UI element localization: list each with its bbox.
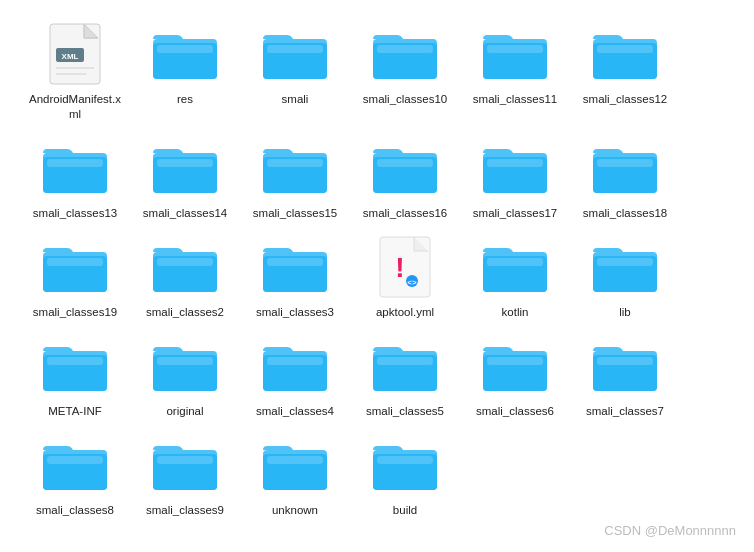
file-label: smali_classes16 [363, 206, 447, 221]
file-label: smali_classes10 [363, 92, 447, 107]
svg-rect-41 [597, 159, 653, 167]
file-item-lib[interactable]: lib [570, 231, 680, 320]
file-item-smali_classes7[interactable]: smali_classes7 [570, 330, 680, 419]
file-item-apktool.yml[interactable]: ! <> apktool.yml [350, 231, 460, 320]
file-item-smali_classes10[interactable]: smali_classes10 [350, 18, 460, 122]
file-label: AndroidManifest.x ml [23, 92, 128, 122]
file-label: lib [619, 305, 631, 320]
file-label: unknown [272, 503, 318, 518]
file-item-smali_classes5[interactable]: smali_classes5 [350, 330, 460, 419]
file-item-smali_classes11[interactable]: smali_classes11 [460, 18, 570, 122]
icon-area [145, 231, 225, 303]
file-item-smali[interactable]: smali [240, 18, 350, 122]
svg-rect-50 [267, 258, 323, 266]
file-item-smali_classes14[interactable]: smali_classes14 [130, 132, 240, 221]
svg-rect-47 [157, 258, 213, 266]
svg-rect-11 [157, 45, 213, 53]
svg-rect-29 [157, 159, 213, 167]
file-item-smali_classes8[interactable]: smali_classes8 [20, 429, 130, 518]
file-item-original[interactable]: original [130, 330, 240, 419]
file-item-smali_classes19[interactable]: smali_classes19 [20, 231, 130, 320]
svg-rect-66 [47, 357, 103, 365]
icon-area [365, 18, 445, 90]
file-label: res [177, 92, 193, 107]
icon-area [255, 18, 335, 90]
file-grid: XML AndroidManifest.x ml res smali [0, 0, 754, 538]
svg-rect-23 [597, 45, 653, 53]
svg-rect-75 [377, 357, 433, 365]
file-item-smali_classes6[interactable]: smali_classes6 [460, 330, 570, 419]
svg-rect-35 [377, 159, 433, 167]
icon-area [145, 18, 225, 90]
file-item-AndroidManifest.xml[interactable]: XML AndroidManifest.x ml [20, 18, 130, 122]
icon-area [585, 231, 665, 303]
file-label: smali_classes3 [256, 305, 334, 320]
svg-text:!: ! [395, 252, 404, 283]
icon-area [35, 132, 115, 204]
svg-rect-90 [267, 456, 323, 464]
icon-area [255, 132, 335, 204]
icon-area: ! <> [365, 231, 445, 303]
icon-area [365, 330, 445, 402]
icon-area [255, 231, 335, 303]
file-label: smali_classes13 [33, 206, 117, 221]
file-label: smali_classes12 [583, 92, 667, 107]
file-item-build[interactable]: build [350, 429, 460, 518]
svg-text:<>: <> [407, 277, 417, 286]
file-label: kotlin [502, 305, 529, 320]
icon-area [585, 18, 665, 90]
file-label: smali [282, 92, 309, 107]
file-label: smali_classes8 [36, 503, 114, 518]
svg-rect-81 [597, 357, 653, 365]
file-item-smali_classes9[interactable]: smali_classes9 [130, 429, 240, 518]
icon-area [145, 132, 225, 204]
svg-rect-63 [597, 258, 653, 266]
icon-area [585, 132, 665, 204]
file-item-smali_classes4[interactable]: smali_classes4 [240, 330, 350, 419]
svg-text:XML: XML [62, 52, 79, 61]
icon-area [145, 429, 225, 501]
file-label: smali_classes18 [583, 206, 667, 221]
file-label: smali_classes14 [143, 206, 227, 221]
file-label: META-INF [48, 404, 101, 419]
icon-area [475, 18, 555, 90]
file-item-smali_classes17[interactable]: smali_classes17 [460, 132, 570, 221]
icon-area [365, 132, 445, 204]
file-item-smali_classes12[interactable]: smali_classes12 [570, 18, 680, 122]
file-item-smali_classes2[interactable]: smali_classes2 [130, 231, 240, 320]
svg-rect-69 [157, 357, 213, 365]
icon-area [585, 330, 665, 402]
svg-rect-26 [47, 159, 103, 167]
file-item-unknown[interactable]: unknown [240, 429, 350, 518]
file-label: smali_classes7 [586, 404, 664, 419]
file-label: smali_classes6 [476, 404, 554, 419]
svg-rect-38 [487, 159, 543, 167]
file-label: smali_classes4 [256, 404, 334, 419]
file-item-smali_classes16[interactable]: smali_classes16 [350, 132, 460, 221]
icon-area [255, 429, 335, 501]
svg-rect-72 [267, 357, 323, 365]
file-item-smali_classes3[interactable]: smali_classes3 [240, 231, 350, 320]
file-label: smali_classes11 [473, 92, 557, 107]
file-item-META-INF[interactable]: META-INF [20, 330, 130, 419]
icon-area [365, 429, 445, 501]
icon-area: XML [35, 18, 115, 90]
svg-rect-60 [487, 258, 543, 266]
file-item-smali_classes15[interactable]: smali_classes15 [240, 132, 350, 221]
file-label: smali_classes2 [146, 305, 224, 320]
icon-area [35, 330, 115, 402]
file-item-res[interactable]: res [130, 18, 240, 122]
svg-rect-14 [267, 45, 323, 53]
svg-rect-87 [157, 456, 213, 464]
file-item-kotlin[interactable]: kotlin [460, 231, 570, 320]
file-label: smali_classes15 [253, 206, 337, 221]
file-item-smali_classes13[interactable]: smali_classes13 [20, 132, 130, 221]
file-label: smali_classes19 [33, 305, 117, 320]
icon-area [35, 231, 115, 303]
file-item-smali_classes18[interactable]: smali_classes18 [570, 132, 680, 221]
svg-rect-32 [267, 159, 323, 167]
icon-area [255, 330, 335, 402]
svg-rect-44 [47, 258, 103, 266]
svg-rect-93 [377, 456, 433, 464]
icon-area [475, 231, 555, 303]
